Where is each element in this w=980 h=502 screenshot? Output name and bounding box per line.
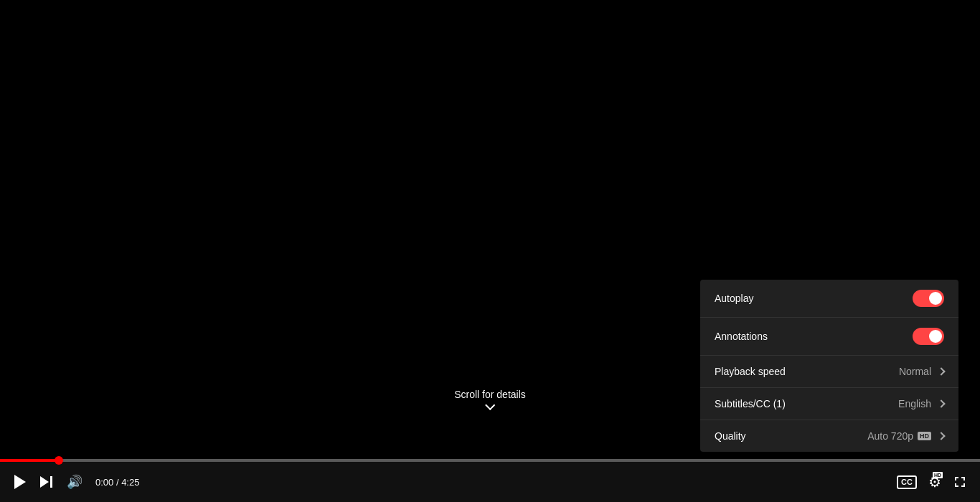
progress-fill bbox=[0, 459, 59, 462]
settings-autoplay-row[interactable]: Autoplay bbox=[700, 280, 958, 318]
volume-icon: 🔊 bbox=[67, 474, 83, 490]
quality-chevron-icon bbox=[937, 432, 945, 440]
settings-button[interactable]: ⚙ HD bbox=[924, 469, 946, 495]
quality-text: Auto 720p bbox=[867, 430, 913, 442]
subtitles-label: Subtitles/CC (1) bbox=[715, 398, 786, 409]
play-icon bbox=[14, 475, 26, 489]
playback-speed-label: Playback speed bbox=[715, 366, 786, 377]
playback-speed-value: Normal bbox=[899, 366, 944, 377]
playback-speed-chevron-icon bbox=[937, 367, 945, 375]
skip-triangle bbox=[40, 476, 49, 488]
gear-hd-badge: HD bbox=[933, 472, 943, 478]
scroll-for-details: Scroll for details bbox=[454, 389, 526, 409]
subtitles-value: English bbox=[898, 398, 944, 409]
annotations-value bbox=[913, 328, 944, 345]
progress-bar[interactable] bbox=[0, 459, 980, 462]
subtitles-chevron-icon bbox=[937, 399, 945, 407]
autoplay-label: Autoplay bbox=[715, 293, 753, 304]
autoplay-value bbox=[913, 290, 944, 307]
play-button[interactable] bbox=[9, 470, 30, 493]
quality-value: Auto 720p HD bbox=[867, 430, 944, 442]
cc-icon: CC bbox=[897, 475, 917, 489]
skip-bar bbox=[50, 476, 52, 488]
settings-panel: Autoplay Annotations Playback speed Norm… bbox=[700, 280, 958, 452]
controls-row: 🔊 0:00 / 4:25 CC ⚙ HD bbox=[0, 462, 980, 502]
progress-thumb bbox=[55, 456, 63, 465]
scroll-details-text: Scroll for details bbox=[454, 389, 526, 400]
settings-annotations-row[interactable]: Annotations bbox=[700, 318, 958, 356]
hd-badge: HD bbox=[918, 432, 931, 441]
skip-icon bbox=[40, 476, 52, 488]
fullscreen-icon bbox=[953, 475, 967, 489]
controls-bar: 🔊 0:00 / 4:25 CC ⚙ HD bbox=[0, 459, 980, 502]
settings-subtitles-row[interactable]: Subtitles/CC (1) English bbox=[700, 388, 958, 420]
volume-button[interactable]: 🔊 bbox=[62, 470, 87, 494]
settings-quality-row[interactable]: Quality Auto 720p HD bbox=[700, 420, 958, 452]
chevron-down-icon bbox=[485, 400, 495, 410]
video-player: Autoplay Annotations Playback speed Norm… bbox=[0, 0, 980, 459]
right-controls: CC ⚙ HD bbox=[892, 469, 971, 495]
annotations-toggle[interactable] bbox=[913, 328, 944, 345]
next-button[interactable] bbox=[36, 472, 57, 492]
playback-speed-text: Normal bbox=[899, 366, 931, 377]
autoplay-toggle[interactable] bbox=[913, 290, 944, 307]
quality-label: Quality bbox=[715, 430, 746, 442]
subtitles-text: English bbox=[898, 398, 931, 409]
time-display: 0:00 / 4:25 bbox=[95, 477, 139, 488]
settings-playback-speed-row[interactable]: Playback speed Normal bbox=[700, 356, 958, 388]
fullscreen-button[interactable] bbox=[948, 470, 971, 493]
cc-button[interactable]: CC bbox=[892, 471, 921, 493]
annotations-label: Annotations bbox=[715, 331, 768, 342]
